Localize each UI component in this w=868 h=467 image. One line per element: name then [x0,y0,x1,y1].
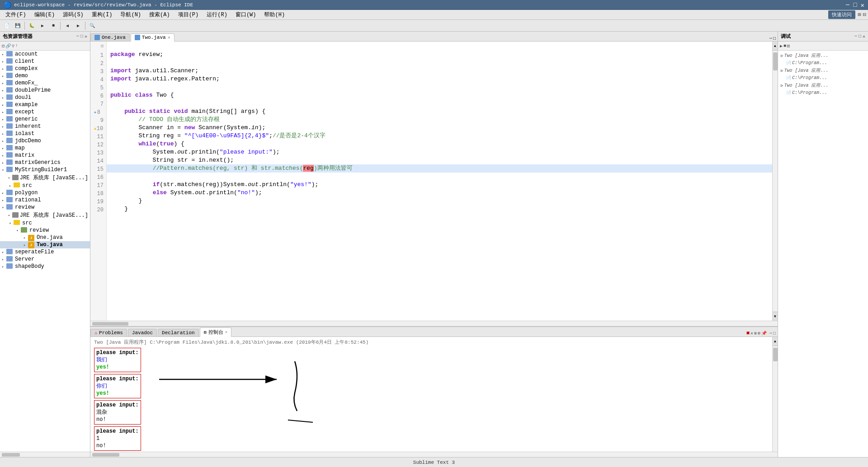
tree-item[interactable]: ▸example [0,101,90,108]
tree-item[interactable]: ▸shapeBody [0,263,90,270]
tree-item[interactable]: ▸matrixGenerics [0,159,90,166]
menu-navigate[interactable]: 导航(N) [117,10,145,19]
tab-problems[interactable]: ⚠ Problems [90,329,127,336]
tree-item[interactable]: ▾src [0,219,90,227]
tree-arrow[interactable]: ▸ [2,81,6,85]
debug-maximize-btn[interactable]: □ [859,34,861,39]
tree-arrow[interactable]: ▸ [2,117,6,121]
console-h-scrollbar[interactable] [90,452,778,457]
debug-header-btns[interactable]: ─ □ ✕ [854,34,865,39]
bottom-maximize-btn[interactable]: □ [773,331,776,336]
menu-refactor[interactable]: 重构(I) [88,10,116,19]
tree-item[interactable]: ▸client [0,58,90,65]
tree-item[interactable]: ▸except [0,108,90,116]
tree-item[interactable]: ▸doublePrime [0,87,90,94]
tree-item[interactable]: ▸generic [0,116,90,123]
tree-item[interactable]: ▸polygon [0,189,90,196]
tree-arrow[interactable]: ▸ [2,67,6,71]
window-controls[interactable]: ─ □ ✕ [846,1,864,9]
tree-arrow[interactable]: ▸ [2,139,6,143]
debug-close-btn[interactable]: ✕ [863,34,865,39]
panel-maximize-btn[interactable]: □ [80,34,83,39]
view-menu-icon[interactable]: ▽ [12,43,14,49]
horizontal-scrollbar[interactable] [0,452,90,457]
tree-item[interactable]: ▾MyStringBuilder1 [0,166,90,173]
debug-tool-1[interactable]: ▶ [780,43,783,49]
tree-item[interactable]: ▾review [0,204,90,211]
tree-item[interactable]: ▸JRE 系统库 [JavaSE...] [0,173,90,182]
tree-item[interactable]: ▸src [0,182,90,189]
tree-arrow[interactable]: ▸ [2,96,6,100]
debug-item-6[interactable]: 📄 C:\Program... [779,89,867,96]
tree-item[interactable]: ▸demo [0,72,90,79]
tree-item[interactable]: ▸complex [0,65,90,72]
tree-arrow[interactable]: ▸ [8,176,12,180]
code-editor[interactable]: ⊞ 1 2 3 4 5 6 7 ◈8 9 ▲10 11 12 13 14 15 [90,42,778,321]
tree-arrow[interactable]: ▾ [16,229,21,233]
close-button[interactable]: ✕ [861,1,864,9]
tree-item[interactable]: ▸account [0,51,90,58]
tree-item[interactable]: ▸iolast [0,130,90,137]
debug-item-2[interactable]: 📄 C:\Program... [779,60,867,66]
tree-item[interactable]: ▸jdbcDemo [0,137,90,145]
tree-item[interactable]: ▸rational [0,196,90,204]
console-scroll-thumb[interactable] [773,348,778,361]
tab-one-java[interactable]: One.java [90,33,130,41]
scroll-down-btn[interactable]: ▼ [773,312,778,321]
minimize-button[interactable]: ─ [846,1,849,9]
menu-window[interactable]: 窗口(W) [232,10,260,19]
perspective-btn[interactable]: ⊞ [858,11,861,18]
tree-arrow[interactable]: ▸ [2,257,6,262]
tree-item[interactable]: ▸douJi [0,94,90,101]
tree-arrow[interactable]: ▸ [2,74,6,78]
tab-close-btn[interactable]: ✕ [168,35,170,40]
debug-minimize-btn[interactable]: ─ [854,34,857,39]
console-clear-btn[interactable]: ✕ [750,331,753,336]
tab-console-close[interactable]: ✕ [225,330,227,335]
maximize-button[interactable]: □ [853,1,857,9]
tree-arrow[interactable]: ▸ [2,60,6,64]
toolbar-run[interactable]: ▶ [38,21,47,31]
toolbar-forward[interactable]: ▶ [73,21,83,31]
tree-arrow[interactable]: ▸ [2,265,6,269]
tree-item[interactable]: ▸JRE 系统库 [JavaSE...] [0,211,90,219]
tree-arrow[interactable]: ▸ [2,110,6,114]
console-scrollbar[interactable]: ▲ [772,337,778,452]
menu-project[interactable]: 项目(P) [175,10,203,19]
menu-search[interactable]: 搜索(A) [146,10,174,19]
link-editor-icon[interactable]: 🔗 [5,43,11,49]
tree-arrow[interactable]: ▸ [2,89,6,93]
tree-arrow[interactable]: ▸ [8,213,12,217]
tree-item[interactable]: ▾review [0,227,90,234]
menu-file[interactable]: 文件(F) [2,10,30,19]
tree-item[interactable]: ▸seperateFile [0,248,90,256]
tree-item[interactable]: ▸inherent [0,123,90,130]
toolbar-save[interactable]: 💾 [13,21,23,31]
tree-arrow[interactable]: ▾ [2,168,6,172]
code-content[interactable]: package review; import java.util.Scanner… [107,42,772,321]
tree-item[interactable]: ▸demoFx_ [0,79,90,87]
tab-two-java[interactable]: Two.java ✕ [131,33,175,42]
toolbar-back[interactable]: ◀ [62,21,72,31]
editor-horizontal-scrollbar[interactable] [90,321,778,326]
collapse-all-icon[interactable]: ⊟ [2,43,5,49]
tree-item[interactable]: ▸Server [0,256,90,263]
editor-h-scrollbar-thumb[interactable] [92,322,128,326]
scrollbar-thumb[interactable] [2,453,20,457]
scroll-up-icon[interactable]: ↑ [15,43,18,48]
tree-item[interactable]: ▸JTwo.java [0,241,90,248]
panel-minimize-btn[interactable]: ─ [76,34,79,39]
debug-item-5[interactable]: ▷ Two [Java 应用... [779,81,867,89]
tree-arrow[interactable]: ▸ [2,125,6,129]
tree-arrow[interactable]: ▾ [2,205,6,210]
menu-source[interactable]: 源码(S) [59,10,87,19]
tree-arrow[interactable]: ▾ [9,221,14,225]
console-new-btn[interactable]: ⊕ [758,331,760,336]
scroll-thumb[interactable] [773,52,778,70]
console-pin-btn[interactable]: 📌 [761,331,767,336]
console-h-thumb[interactable] [92,453,119,457]
debug-item-4[interactable]: 📄 C:\Program... [779,75,867,81]
tree-arrow[interactable]: ▸ [24,243,28,247]
tab-javadoc[interactable]: Javadoc [128,329,157,336]
editor-minimize-btn[interactable]: ─ [769,36,772,41]
